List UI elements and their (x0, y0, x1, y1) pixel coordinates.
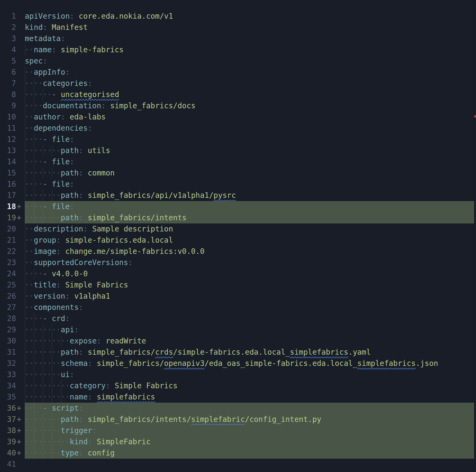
space (47, 23, 52, 32)
line-number[interactable]: 18 (0, 201, 16, 212)
line-number[interactable]: 4 (0, 44, 16, 55)
line-content[interactable]: ········api: (25, 324, 474, 335)
line-content[interactable]: ··········name: simplefabrics (25, 391, 474, 403)
indent-guide (52, 358, 52, 369)
line-number[interactable]: 6 (0, 67, 16, 78)
line-number[interactable]: 13 (0, 145, 16, 156)
line-content[interactable]: ····- file: (25, 201, 474, 212)
yaml-value: simple_fabrics/ (97, 359, 164, 368)
line-content[interactable]: ··components: (25, 302, 474, 313)
line-content[interactable]: ········path: utils (25, 145, 474, 156)
line-number[interactable]: 25 (0, 279, 16, 291)
line-content[interactable]: ··········category: Simple Fabrics (25, 380, 474, 391)
line-number[interactable]: 28 (0, 313, 16, 324)
line-number[interactable]: 39 (0, 436, 16, 447)
line-content[interactable]: ········type: config (25, 447, 474, 459)
line-content[interactable]: ··········kind: SimpleFabric (25, 436, 474, 447)
line-content[interactable]: ··version: v1alpha1 (25, 291, 474, 302)
line-content[interactable]: ····categories: (25, 78, 474, 89)
line-number[interactable]: 21 (0, 235, 16, 246)
line-number[interactable]: 41 (0, 459, 16, 470)
line-number[interactable]: 14 (0, 156, 16, 167)
line-number[interactable]: 7 (0, 78, 16, 89)
indent-guide (34, 201, 34, 212)
line-number[interactable]: 31 (0, 347, 16, 358)
line-content[interactable]: ··image: change.me/simple-fabrics:v0.0.0 (25, 246, 474, 257)
line-content[interactable]: ··········expose: readWrite (25, 335, 474, 347)
line-content[interactable]: ··dependencies: (25, 123, 474, 134)
line-content[interactable]: ········ui: (25, 369, 474, 380)
line-number[interactable]: 20 (0, 223, 16, 235)
line-number[interactable]: 23 (0, 257, 16, 268)
line-content[interactable]: metadata: (25, 33, 474, 44)
code-line: 32········schema: simple_fabrics/openapi… (0, 358, 476, 369)
line-content[interactable]: kind: Manifest (25, 22, 474, 33)
line-number[interactable]: 35 (0, 391, 16, 403)
yaml-value: .yaml (348, 348, 371, 357)
line-content[interactable]: ····- v4.0.0-0 (25, 268, 474, 279)
line-content[interactable]: ········path: common (25, 167, 474, 179)
code-line: 33········ui: (0, 369, 476, 380)
line-content[interactable]: ····- crd: (25, 313, 474, 324)
line-content[interactable]: ··title: Simple Fabrics (25, 279, 474, 291)
yaml-value: core.eda.nokia.com/v1 (79, 12, 173, 21)
line-number[interactable]: 12 (0, 134, 16, 145)
line-number[interactable]: 33 (0, 369, 16, 380)
yaml-value: config (88, 449, 115, 457)
line-number[interactable]: 16 (0, 179, 16, 190)
line-number[interactable]: 26 (0, 291, 16, 302)
line-content[interactable]: ······- uncategorised (25, 89, 474, 100)
line-number[interactable]: 30 (0, 335, 16, 347)
line-content[interactable]: ········trigger: (25, 425, 474, 436)
line-content[interactable]: ··appInfo: (25, 67, 474, 78)
line-number[interactable]: 2 (0, 22, 16, 33)
line-content[interactable]: ········path: simple_fabrics/api/v1alpha… (25, 190, 474, 201)
line-number[interactable]: 34 (0, 380, 16, 391)
line-number[interactable]: 37 (0, 414, 16, 425)
line-number[interactable]: 11 (0, 123, 16, 134)
line-content[interactable]: ····- file: (25, 156, 474, 167)
indent-guide (34, 78, 34, 89)
overview-ruler-error-marker[interactable] (474, 115, 476, 117)
line-number[interactable]: 22 (0, 246, 16, 257)
line-number[interactable]: 15 (0, 167, 16, 179)
line-content[interactable]: ··supportedCoreVersions: (25, 257, 474, 268)
line-content[interactable]: ··group: simple-fabrics.eda.local (25, 235, 474, 246)
line-number[interactable]: 27 (0, 302, 16, 313)
line-content[interactable]: ········path: simple_fabrics/crds/simple… (25, 347, 474, 358)
indent-guide (52, 425, 52, 436)
line-number[interactable]: 38 (0, 425, 16, 436)
line-content[interactable]: ··name: simple-fabrics (25, 44, 474, 55)
yaml-value: simple-fabrics.eda.local (65, 236, 173, 245)
line-number[interactable]: 17 (0, 190, 16, 201)
line-number[interactable]: 36 (0, 403, 16, 414)
line-number[interactable]: 29 (0, 324, 16, 335)
line-content[interactable]: spec: (25, 55, 474, 67)
line-number[interactable]: 9 (0, 100, 16, 111)
line-content[interactable]: ········schema: simple_fabrics/openapiv3… (25, 358, 474, 369)
line-number[interactable]: 8 (0, 89, 16, 100)
line-number[interactable]: 10 (0, 111, 16, 123)
indent-guide (25, 212, 25, 223)
added-line-plus-marker: + (17, 436, 21, 447)
line-number[interactable]: 32 (0, 358, 16, 369)
line-content[interactable]: ··author: eda-labs (25, 111, 474, 123)
line-content[interactable] (25, 459, 474, 470)
line-number[interactable]: 19 (0, 212, 16, 223)
indent-guide (25, 235, 25, 246)
line-number[interactable]: 40 (0, 447, 16, 459)
line-content[interactable]: ····- file: (25, 179, 474, 190)
line-content[interactable]: ····- file: (25, 134, 474, 145)
line-content[interactable]: apiVersion: core.eda.nokia.com/v1 (25, 11, 474, 22)
line-number[interactable]: 5 (0, 55, 16, 67)
line-content[interactable]: ········path: simple_fabrics/intents/sim… (25, 414, 474, 425)
line-number[interactable]: 3 (0, 33, 16, 44)
line-content[interactable]: ········path: simple_fabrics/intents (25, 212, 474, 223)
yaml-key: kind (25, 23, 43, 32)
line-number[interactable]: 1 (0, 11, 16, 22)
line-number[interactable]: 24 (0, 268, 16, 279)
code-line: 4··name: simple-fabrics (0, 44, 476, 55)
line-content[interactable]: ····documentation: simple_fabrics/docs (25, 100, 474, 111)
line-content[interactable]: ····- script: (25, 403, 474, 414)
line-content[interactable]: ··description: Sample description (25, 223, 474, 235)
